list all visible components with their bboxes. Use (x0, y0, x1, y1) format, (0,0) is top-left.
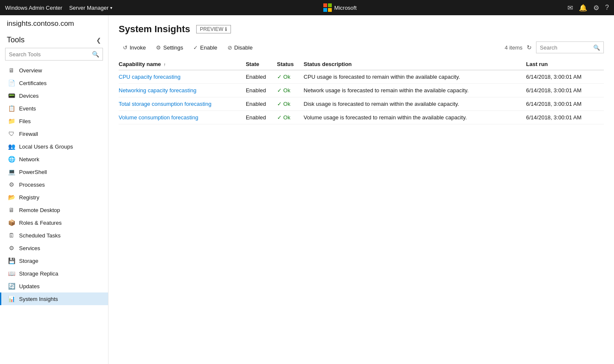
table-row: Total storage consumption forecasting En… (119, 97, 604, 111)
capability-link-2[interactable]: Total storage consumption forecasting (119, 101, 211, 107)
table-header: Capability name ↑ State Status Status de… (119, 58, 604, 70)
header-row: Capability name ↑ State Status Status de… (119, 58, 604, 70)
cell-status-3: ✓Ok (277, 111, 304, 124)
capability-link-0[interactable]: CPU capacity forecasting (119, 74, 181, 80)
table-search-box[interactable]: 🔍 (536, 41, 604, 53)
server-manager-label: Server Manager (69, 5, 108, 11)
sidebar-item-roles-features[interactable]: 📦Roles & Features (0, 216, 108, 229)
sidebar-item-storage-replica[interactable]: 📖Storage Replica (0, 267, 108, 280)
col-status: Status (277, 58, 304, 70)
nav-icon-storage-replica: 📖 (8, 270, 15, 277)
nav-label-updates: Updates (19, 283, 39, 290)
nav-label-services: Services (19, 245, 40, 251)
nav-label-scheduled-tasks: Scheduled Tasks (19, 232, 61, 239)
table-row: Networking capacity forecasting Enabled … (119, 84, 604, 97)
gear-icon[interactable]: ⚙ (593, 4, 599, 12)
nav-icon-firewall: 🛡 (8, 130, 15, 137)
nav-icon-remote-desktop: 🖥 (8, 207, 15, 213)
cell-state-2: Enabled (246, 97, 277, 111)
invoke-button[interactable]: ↺ Invoke (119, 43, 150, 52)
nav-icon-roles-features: 📦 (8, 219, 15, 226)
sidebar-item-registry[interactable]: 📂Registry (0, 191, 108, 204)
preview-badge: PREVIEW ℹ (196, 25, 231, 33)
search-tools-box[interactable]: 🔍 (5, 48, 103, 61)
table-search-input[interactable] (540, 44, 593, 51)
sidebar-item-devices[interactable]: 📟Devices (0, 89, 108, 102)
refresh-icon[interactable]: ↻ (527, 44, 532, 51)
disable-icon: ⊘ (228, 44, 232, 51)
bell-icon[interactable]: 🔔 (579, 4, 587, 12)
sidebar-item-updates[interactable]: 🔄Updates (0, 280, 108, 292)
enable-button[interactable]: ✓ Enable (189, 43, 221, 52)
cell-status-2: ✓Ok (277, 97, 304, 111)
microsoft-label: Microsoft (334, 5, 357, 11)
cell-state-3: Enabled (246, 111, 277, 124)
server-name: insights.contoso.com (7, 19, 74, 28)
nav-icon-storage: 💾 (8, 257, 15, 264)
cell-status-0: ✓Ok (277, 70, 304, 84)
nav-label-storage-replica: Storage Replica (19, 270, 58, 277)
toolbar-right: 4 items ↻ 🔍 (505, 41, 604, 53)
data-table: Capability name ↑ State Status Status de… (119, 58, 604, 124)
check-icon-0: ✓ (277, 74, 282, 80)
sidebar-item-storage[interactable]: 💾Storage (0, 254, 108, 267)
col-capability: Capability name ↑ (119, 58, 246, 70)
topbar-right: ✉ 🔔 ⚙ ? (567, 4, 609, 12)
collapse-button[interactable]: ❮ (96, 37, 101, 44)
nav-label-powershell: PowerShell (19, 169, 47, 175)
col-last-run: Last run (526, 58, 604, 70)
sidebar-item-firewall[interactable]: 🛡Firewall (0, 127, 108, 140)
sidebar-item-files[interactable]: 📁Files (0, 115, 108, 127)
preview-label: PREVIEW (200, 26, 223, 32)
sidebar-item-events[interactable]: 📋Events (0, 102, 108, 115)
nav-label-processes: Processes (19, 182, 45, 188)
settings-button[interactable]: ⚙ Settings (152, 43, 187, 52)
sidebar-item-powershell[interactable]: 💻PowerShell (0, 165, 108, 178)
table-body: CPU capacity forecasting Enabled ✓Ok CPU… (119, 70, 604, 124)
sidebar-item-system-insights[interactable]: 📊System Insights (0, 292, 108, 305)
col-state: State (246, 58, 277, 70)
brand-label: Windows Admin Center (5, 5, 62, 11)
sidebar-item-processes[interactable]: ⚙Processes (0, 178, 108, 191)
topbar: Windows Admin Center Server Manager ▾ Mi… (0, 0, 614, 15)
sidebar-item-scheduled-tasks[interactable]: 🗓Scheduled Tasks (0, 229, 108, 242)
cell-status-1: ✓Ok (277, 84, 304, 97)
toolbar: ↺ Invoke ⚙ Settings ✓ Enable ⊘ Disable 4… (119, 41, 604, 53)
nav-label-files: Files (19, 118, 31, 124)
sidebar-item-services[interactable]: ⚙Services (0, 242, 108, 254)
nav-label-devices: Devices (19, 93, 39, 99)
sidebar-item-certificates[interactable]: 📄Certificates (0, 77, 108, 89)
page-header: System Insights PREVIEW ℹ (119, 24, 604, 35)
search-tools-input[interactable] (9, 51, 92, 58)
nav-label-storage: Storage (19, 258, 39, 264)
nav-label-roles-features: Roles & Features (19, 220, 61, 226)
server-manager-dropdown[interactable]: Server Manager ▾ (69, 5, 112, 11)
sidebar-header: Tools ❮ (0, 30, 108, 48)
sidebar-item-overview[interactable]: 🖥Overview (0, 64, 108, 77)
nav-icon-scheduled-tasks: 🗓 (8, 232, 15, 239)
nav-label-remote-desktop: Remote Desktop (19, 207, 60, 213)
sort-arrow-capability[interactable]: ↑ (164, 62, 166, 67)
mail-icon[interactable]: ✉ (567, 4, 573, 12)
cell-capability-1: Networking capacity forecasting (119, 84, 246, 97)
sidebar-item-remote-desktop[interactable]: 🖥Remote Desktop (0, 204, 108, 216)
nav-label-registry: Registry (19, 194, 39, 201)
topbar-center: Microsoft (112, 3, 567, 12)
sidebar-item-network[interactable]: 🌐Network (0, 153, 108, 165)
sidebar-item-local-users[interactable]: 👥Local Users & Groups (0, 140, 108, 153)
main-layout: insights.contoso.com Tools ❮ 🔍 🖥Overview… (0, 15, 614, 364)
content-area: System Insights PREVIEW ℹ ↺ Invoke ⚙ Set… (108, 15, 614, 364)
help-icon[interactable]: ? (605, 4, 609, 11)
cell-lastrun-2: 6/14/2018, 3:00:01 AM (526, 97, 604, 111)
nav-icon-local-users: 👥 (8, 143, 15, 150)
table-search-icon: 🔍 (593, 44, 600, 51)
capability-link-1[interactable]: Networking capacity forecasting (119, 87, 197, 94)
cell-desc-2: Disk usage is forecasted to remain withi… (304, 97, 526, 111)
nav-label-certificates: Certificates (19, 80, 47, 86)
cell-capability-2: Total storage consumption forecasting (119, 97, 246, 111)
cell-lastrun-3: 6/14/2018, 3:00:01 AM (526, 111, 604, 124)
disable-button[interactable]: ⊘ Disable (223, 43, 257, 52)
capability-link-3[interactable]: Volume consumption forecasting (119, 114, 198, 121)
nav-icon-services: ⚙ (8, 245, 15, 251)
microsoft-logo (323, 3, 332, 12)
